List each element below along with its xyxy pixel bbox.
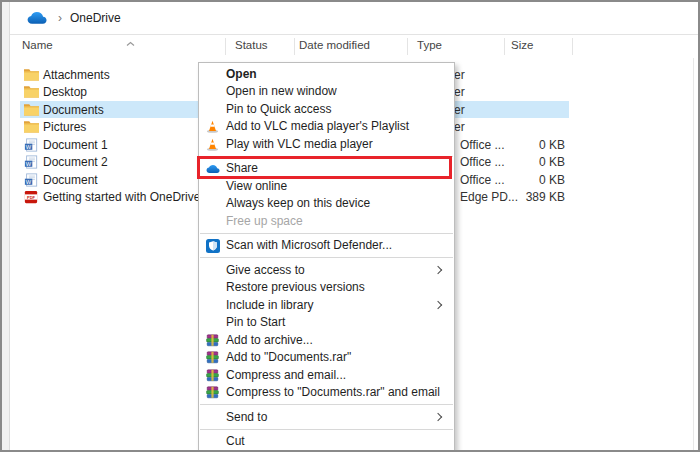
menu-item-label: Restore previous versions (226, 280, 365, 294)
menu-item-label: Include in library (226, 298, 313, 312)
svg-text:PDF: PDF (27, 195, 36, 200)
word-doc-icon: W (24, 138, 40, 152)
no-icon (206, 102, 220, 116)
menu-item-label: Add to "Documents.rar" (226, 350, 351, 364)
menu-item-play-with-vlc-media-player[interactable]: Play with VLC media player (199, 135, 454, 153)
sort-ascending-icon[interactable] (126, 36, 135, 50)
folder-icon (24, 85, 40, 99)
vlc-cone-icon (206, 120, 220, 134)
window-right-edge (693, 2, 694, 450)
menu-item-pin-to-quick-access[interactable]: Pin to Quick access (199, 100, 454, 118)
menu-item-always-keep-on-this-device[interactable]: Always keep on this device (199, 195, 454, 213)
menu-item-label: Give access to (226, 263, 305, 277)
file-name[interactable]: Attachments (43, 68, 110, 82)
file-explorer-window: › OneDrive Name Status Date modified Typ… (0, 0, 700, 452)
menu-item-label: Add to archive... (226, 333, 313, 347)
no-icon (206, 316, 220, 330)
menu-separator (200, 429, 453, 430)
menu-item-restore-previous-versions[interactable]: Restore previous versions (199, 279, 454, 297)
column-header-name[interactable]: Name (22, 39, 53, 51)
submenu-arrow-icon (434, 413, 442, 421)
file-name[interactable]: Pictures (43, 120, 86, 134)
left-gutter (2, 2, 10, 450)
menu-item-scan-with-microsoft-defender[interactable]: Scan with Microsoft Defender... (199, 237, 454, 255)
file-size: 0 KB (482, 138, 565, 152)
column-divider[interactable] (572, 38, 573, 55)
column-header-size[interactable]: Size (511, 39, 533, 51)
no-icon (206, 281, 220, 295)
menu-item-add-to-documents-rar[interactable]: Add to "Documents.rar" (199, 349, 454, 367)
column-divider[interactable] (225, 38, 226, 55)
breadcrumb-location[interactable]: OneDrive (70, 11, 121, 25)
no-icon (206, 197, 220, 211)
no-icon (206, 435, 220, 449)
column-header-status[interactable]: Status (235, 39, 268, 51)
menu-item-send-to[interactable]: Send to (199, 408, 454, 426)
svg-text:W: W (26, 178, 32, 184)
menu-item-cut[interactable]: Cut (199, 433, 454, 451)
menu-item-open-in-new-window[interactable]: Open in new window (199, 83, 454, 101)
menu-item-label: Add to VLC media player's Playlist (226, 119, 409, 133)
no-icon (206, 179, 220, 193)
file-name[interactable]: Document 1 (43, 138, 108, 152)
menu-item-include-in-library[interactable]: Include in library (199, 296, 454, 314)
menu-item-label: Compress to "Documents.rar" and email (226, 385, 440, 399)
column-header-row: Name Status Date modified Type Size (10, 35, 698, 58)
menu-item-label: Cut (226, 434, 245, 448)
no-icon (206, 298, 220, 312)
menu-item-label: Open in new window (226, 84, 337, 98)
onedrive-cloud-icon (206, 162, 220, 176)
column-header-type[interactable]: Type (417, 39, 442, 51)
winrar-icon (206, 386, 220, 400)
vlc-cone-icon (206, 137, 220, 151)
column-divider[interactable] (294, 38, 295, 55)
column-header-date-modified[interactable]: Date modified (299, 39, 370, 51)
file-name[interactable]: Document (43, 173, 98, 187)
menu-item-add-to-archive[interactable]: Add to archive... (199, 331, 454, 349)
menu-item-label: Open (226, 67, 257, 81)
no-icon (206, 263, 220, 277)
chevron-right-icon: › (58, 11, 62, 25)
menu-item-label: Always keep on this device (226, 196, 370, 210)
svg-text:W: W (26, 161, 32, 167)
menu-item-label: Pin to Quick access (226, 102, 331, 116)
menu-separator (200, 257, 453, 258)
menu-item-add-to-vlc-media-player-s-playlist[interactable]: Add to VLC media player's Playlist (199, 118, 454, 136)
file-size: 389 KB (482, 190, 565, 204)
file-name[interactable]: Getting started with OneDrive (43, 190, 200, 204)
menu-item-label: Free up space (226, 214, 303, 228)
context-menu: OpenOpen in new windowPin to Quick acces… (198, 62, 455, 452)
file-name[interactable]: Desktop (43, 85, 87, 99)
no-icon (206, 85, 220, 99)
menu-item-label: Compress and email... (226, 368, 346, 382)
menu-item-label: Play with VLC media player (226, 137, 373, 151)
menu-item-label: View online (226, 179, 287, 193)
menu-separator (200, 233, 453, 234)
file-size: 0 KB (482, 173, 565, 187)
winrar-icon (206, 368, 220, 382)
menu-item-share[interactable]: Share (199, 160, 454, 178)
menu-item-open[interactable]: Open (199, 65, 454, 83)
file-size: 0 KB (482, 155, 565, 169)
menu-separator (200, 156, 453, 157)
file-name[interactable]: Document 2 (43, 155, 108, 169)
menu-item-free-up-space: Free up space (199, 212, 454, 230)
submenu-arrow-icon (434, 266, 442, 274)
breadcrumb: › OneDrive (10, 2, 698, 35)
svg-text:W: W (26, 143, 32, 149)
file-name[interactable]: Documents (43, 103, 104, 117)
menu-item-label: Share (226, 161, 258, 175)
folder-icon (24, 120, 40, 134)
pdf-icon: PDF (24, 190, 40, 204)
folder-icon (24, 68, 40, 82)
column-divider[interactable] (407, 38, 408, 55)
menu-item-label: Scan with Microsoft Defender... (226, 238, 392, 252)
menu-item-pin-to-start[interactable]: Pin to Start (199, 314, 454, 332)
menu-item-compress-and-email[interactable]: Compress and email... (199, 366, 454, 384)
menu-item-label: Pin to Start (226, 315, 285, 329)
no-icon (206, 214, 220, 228)
menu-item-compress-to-documents-rar-and-email[interactable]: Compress to "Documents.rar" and email (199, 384, 454, 402)
menu-item-view-online[interactable]: View online (199, 177, 454, 195)
column-divider[interactable] (504, 38, 505, 55)
menu-item-give-access-to[interactable]: Give access to (199, 261, 454, 279)
